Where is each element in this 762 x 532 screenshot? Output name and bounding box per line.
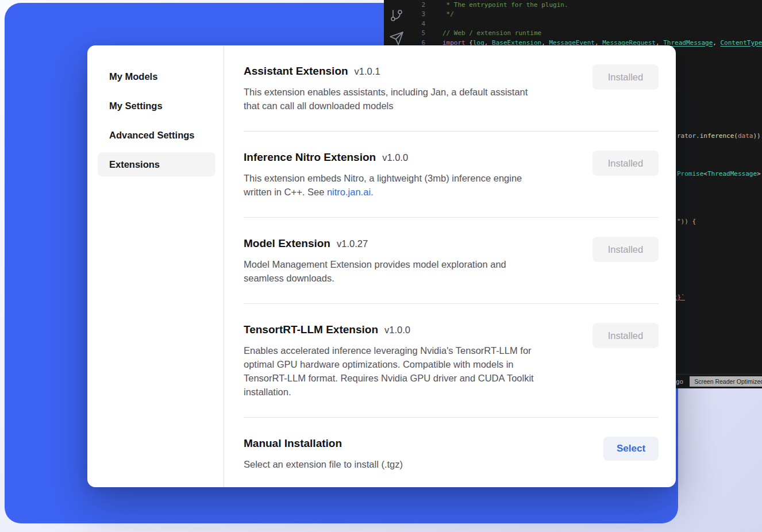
code-line: 4 xyxy=(407,20,762,29)
nitro-jan-ai-link[interactable]: nitro.jan.ai. xyxy=(327,187,374,197)
extension-version: v1.0.1 xyxy=(355,66,380,77)
extensions-panel: Assistant Extension v1.0.1 This extensio… xyxy=(224,45,676,487)
sidebar-item-advanced-settings[interactable]: Advanced Settings xyxy=(98,123,215,147)
sidebar-item-extensions[interactable]: Extensions xyxy=(98,152,215,176)
sidebar-item-my-settings[interactable]: My Settings xyxy=(98,94,215,118)
extension-version: v1.0.27 xyxy=(337,238,368,249)
extension-description: Model Management Extension provides mode… xyxy=(244,257,506,285)
code-text: */ xyxy=(442,10,454,19)
extension-description: Enables accelerated inference leveraging… xyxy=(244,344,534,399)
code-text: // Web / extension runtime xyxy=(442,29,541,38)
extension-info: Manual Installation Select an extension … xyxy=(244,437,403,471)
extension-info: TensortRT-LLM Extension v1.0.0 Enables a… xyxy=(244,323,534,399)
code-line: 5// Web / extension runtime xyxy=(407,29,762,38)
extension-version: v1.0.0 xyxy=(384,325,410,336)
extension-title-row: Manual Installation xyxy=(244,437,403,450)
installed-button[interactable]: Installed xyxy=(592,151,659,176)
code-fragment: Promise<ThreadMessage> xyxy=(677,170,761,178)
extension-item-inference-nitro: Inference Nitro Extension v1.0.0 This ex… xyxy=(244,151,659,218)
extension-description: This extension embeds Nitro, a lightweig… xyxy=(244,171,522,199)
extension-title: TensortRT-LLM Extension xyxy=(244,323,378,337)
extension-title-row: Assistant Extension v1.0.1 xyxy=(244,64,528,78)
line-number: 3 xyxy=(407,10,425,19)
extension-title-row: TensortRT-LLM Extension v1.0.0 xyxy=(244,323,534,337)
settings-card: My Models My Settings Advanced Settings … xyxy=(87,45,676,487)
extension-description: This extension enables assistants, inclu… xyxy=(244,85,528,113)
desktop: { "colors": { "accent_blue": "#3d63f3", … xyxy=(0,0,762,532)
code-fragment: rator.inference(data)); xyxy=(677,132,762,140)
git-branch-icon[interactable] xyxy=(390,7,403,26)
extension-title-row: Inference Nitro Extension v1.0.0 xyxy=(244,151,522,164)
status-text: go xyxy=(676,378,683,385)
extension-version: v1.0.0 xyxy=(382,152,408,163)
installed-button[interactable]: Installed xyxy=(592,237,659,262)
extension-title-row: Model Extension v1.0.27 xyxy=(244,237,506,250)
manual-installation-description: Select an extension file to install (.tg… xyxy=(244,457,403,471)
settings-sidebar: My Models My Settings Advanced Settings … xyxy=(87,45,224,487)
code-text: * The entrypoint for the plugin. xyxy=(442,1,568,10)
code-line: 2 * The entrypoint for the plugin. xyxy=(407,1,762,10)
extension-item-tensorrt-llm: TensortRT-LLM Extension v1.0.0 Enables a… xyxy=(244,323,659,418)
extension-title: Inference Nitro Extension xyxy=(244,151,376,164)
line-number: 4 xyxy=(407,20,425,29)
extension-info: Inference Nitro Extension v1.0.0 This ex… xyxy=(244,151,522,199)
code-fragment: ")) { xyxy=(677,218,696,225)
manual-installation-title: Manual Installation xyxy=(244,437,342,450)
extension-title: Model Extension xyxy=(244,237,330,250)
installed-button[interactable]: Installed xyxy=(592,323,659,348)
extension-info: Assistant Extension v1.0.1 This extensio… xyxy=(244,64,528,113)
line-number: 5 xyxy=(407,29,425,38)
code-line: 3 */ xyxy=(407,10,762,19)
line-number: 2 xyxy=(407,1,425,10)
code-editor-lines: 2 * The entrypoint for the plugin. 3 */ … xyxy=(407,1,762,48)
select-file-button[interactable]: Select xyxy=(603,437,659,461)
screen-reader-badge[interactable]: Screen Reader Optimized xyxy=(690,376,762,387)
manual-installation-section: Manual Installation Select an extension … xyxy=(244,437,659,471)
extension-description-text: This extension embeds Nitro, a lightweig… xyxy=(244,173,522,197)
extension-info: Model Extension v1.0.27 Model Management… xyxy=(244,237,506,285)
extension-title: Assistant Extension xyxy=(244,64,348,78)
extension-item-model: Model Extension v1.0.27 Model Management… xyxy=(244,237,659,304)
sidebar-item-my-models[interactable]: My Models xyxy=(98,64,215,88)
extension-item-assistant: Assistant Extension v1.0.1 This extensio… xyxy=(244,64,659,132)
installed-button[interactable]: Installed xyxy=(592,64,659,90)
